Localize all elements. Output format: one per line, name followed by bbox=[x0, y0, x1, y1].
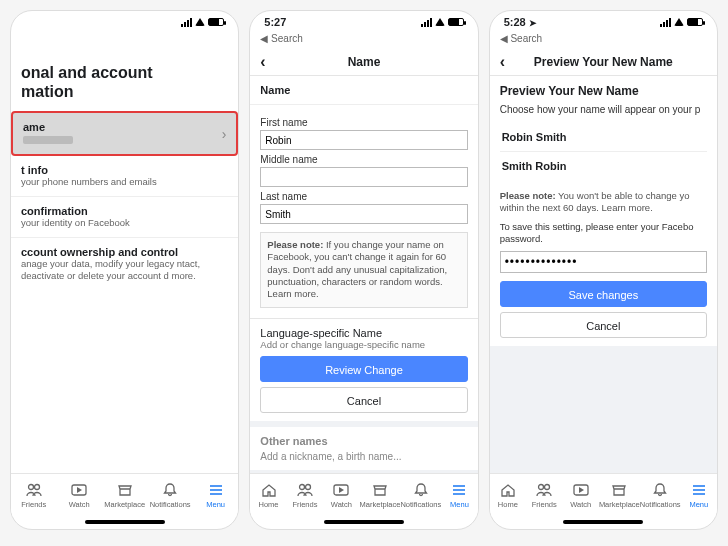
tab-marketplace[interactable]: Marketplace bbox=[102, 474, 147, 517]
back-icon[interactable]: ‹ bbox=[260, 53, 265, 71]
tab-label: Watch bbox=[570, 500, 591, 509]
tab-marketplace[interactable]: Marketplace bbox=[599, 474, 640, 517]
tab-menu[interactable]: Menu bbox=[441, 474, 477, 517]
status-bar bbox=[11, 11, 238, 33]
bell-icon bbox=[162, 482, 178, 498]
home-icon bbox=[500, 482, 516, 498]
nav-header: ‹ Name bbox=[250, 48, 477, 76]
language-name-block: Language-specific Name Add or change lan… bbox=[250, 319, 477, 421]
tab-label: Menu bbox=[689, 500, 708, 509]
placeholder-shimmer bbox=[23, 136, 73, 144]
tab-home[interactable]: Home bbox=[490, 474, 526, 517]
tab-marketplace[interactable]: Marketplace bbox=[360, 474, 401, 517]
marketplace-icon bbox=[117, 482, 133, 498]
watch-icon bbox=[573, 482, 589, 498]
tab-label: Notifications bbox=[150, 500, 191, 509]
name-option-2[interactable]: Smith Robin bbox=[500, 152, 707, 180]
svg-point-6 bbox=[539, 485, 544, 490]
tab-home[interactable]: Home bbox=[250, 474, 286, 517]
svg-point-7 bbox=[545, 485, 550, 490]
location-icon: ➤ bbox=[529, 18, 537, 28]
tab-watch[interactable]: Watch bbox=[56, 474, 101, 517]
tab-notifications[interactable]: Notifications bbox=[147, 474, 192, 517]
breadcrumb-search[interactable]: ◀ Search bbox=[490, 33, 717, 48]
tab-label: Marketplace bbox=[104, 500, 145, 509]
lang-sub: Add or change language-specific name bbox=[260, 339, 467, 350]
tab-watch[interactable]: Watch bbox=[323, 474, 359, 517]
svg-point-0 bbox=[28, 485, 33, 490]
cancel-button[interactable]: Cancel bbox=[500, 312, 707, 338]
tab-notifications[interactable]: Notifications bbox=[400, 474, 441, 517]
svg-point-3 bbox=[299, 485, 304, 490]
status-bar: 5:28 ➤ bbox=[490, 11, 717, 33]
tab-menu[interactable]: Menu bbox=[681, 474, 717, 517]
bell-icon bbox=[652, 482, 668, 498]
tab-bar: Home Friends Watch Marketplace Notificat… bbox=[250, 473, 477, 517]
wifi-icon bbox=[195, 18, 205, 26]
tab-menu[interactable]: Menu bbox=[193, 474, 238, 517]
signal-icon bbox=[181, 18, 192, 27]
bell-icon bbox=[413, 482, 429, 498]
signal-icon bbox=[421, 18, 432, 27]
tab-label: Marketplace bbox=[599, 500, 640, 509]
svg-point-1 bbox=[34, 485, 39, 490]
tab-friends[interactable]: Friends bbox=[11, 474, 56, 517]
last-name-input[interactable] bbox=[260, 204, 467, 224]
tab-friends[interactable]: Friends bbox=[287, 474, 323, 517]
tab-label: Friends bbox=[21, 500, 46, 509]
review-change-button[interactable]: Review Change bbox=[260, 356, 467, 382]
row-identity[interactable]: confirmation your identity on Facebook bbox=[11, 197, 238, 238]
cancel-button[interactable]: Cancel bbox=[260, 387, 467, 413]
save-changes-button[interactable]: Save changes bbox=[500, 281, 707, 307]
phone-settings: onal and account mation ame › t info you… bbox=[10, 10, 239, 530]
row-title: confirmation bbox=[21, 205, 228, 217]
other-names-section[interactable]: Other names Add a nickname, a birth name… bbox=[250, 421, 477, 470]
menu-icon bbox=[691, 482, 707, 498]
tab-bar: Home Friends Watch Marketplace Notificat… bbox=[490, 473, 717, 517]
tab-label: Menu bbox=[450, 500, 469, 509]
tab-watch[interactable]: Watch bbox=[562, 474, 598, 517]
lang-title: Language-specific Name bbox=[260, 327, 467, 339]
row-sub: your phone numbers and emails bbox=[21, 176, 228, 188]
tab-friends[interactable]: Friends bbox=[526, 474, 562, 517]
marketplace-icon bbox=[611, 482, 627, 498]
friends-icon bbox=[536, 482, 552, 498]
tab-label: Home bbox=[498, 500, 518, 509]
row-sub: your identity on Facebook bbox=[21, 217, 228, 229]
chevron-right-icon: › bbox=[222, 126, 227, 142]
battery-icon bbox=[687, 18, 703, 26]
tab-label: Watch bbox=[69, 500, 90, 509]
row-title: t info bbox=[21, 164, 228, 176]
home-indicator bbox=[324, 520, 404, 524]
tab-label: Home bbox=[259, 500, 279, 509]
breadcrumb-search[interactable]: ◀ Search bbox=[250, 33, 477, 48]
battery-icon bbox=[208, 18, 224, 26]
row-contact[interactable]: t info your phone numbers and emails bbox=[11, 156, 238, 197]
tab-label: Watch bbox=[331, 500, 352, 509]
friends-icon bbox=[297, 482, 313, 498]
name-option-1[interactable]: Robin Smith bbox=[500, 123, 707, 152]
preview-note: Please note: You won't be able to change… bbox=[500, 190, 707, 215]
nav-header: ‹ Preview Your New Name bbox=[490, 48, 717, 76]
row-ownership[interactable]: ccount ownership and control anage your … bbox=[11, 238, 238, 290]
tab-notifications[interactable]: Notifications bbox=[640, 474, 681, 517]
other-names-title: Other names bbox=[260, 435, 467, 451]
password-input[interactable] bbox=[500, 251, 707, 273]
wifi-icon bbox=[674, 18, 684, 26]
watch-icon bbox=[71, 482, 87, 498]
status-bar: 5:27 bbox=[250, 11, 477, 33]
menu-icon bbox=[208, 482, 224, 498]
settings-content: onal and account mation ame › t info you… bbox=[11, 33, 238, 473]
preview-heading: Preview Your New Name bbox=[500, 84, 707, 98]
name-note: Please note: If you change your name on … bbox=[260, 232, 467, 308]
tab-label: Friends bbox=[292, 500, 317, 509]
row-title: ccount ownership and control bbox=[21, 246, 228, 258]
back-icon[interactable]: ‹ bbox=[500, 53, 505, 71]
watch-icon bbox=[333, 482, 349, 498]
middle-name-input[interactable] bbox=[260, 167, 467, 187]
row-name[interactable]: ame › bbox=[11, 111, 238, 156]
preview-content: Preview Your New Name Choose how your na… bbox=[490, 76, 717, 473]
menu-icon bbox=[451, 482, 467, 498]
first-name-input[interactable] bbox=[260, 130, 467, 150]
tab-label: Menu bbox=[206, 500, 225, 509]
